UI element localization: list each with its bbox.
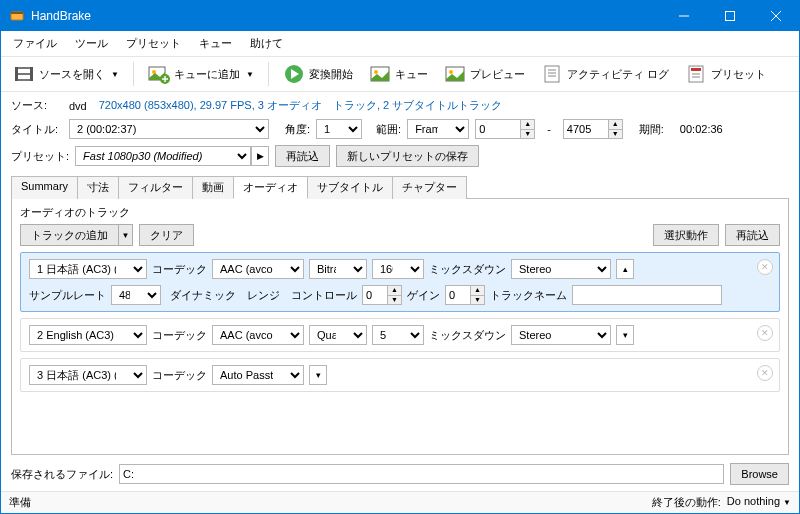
tab-subtitles[interactable]: サブタイトル bbox=[307, 176, 393, 199]
tab-summary[interactable]: Summary bbox=[11, 176, 78, 199]
audio-reload-button[interactable]: 再読込 bbox=[725, 224, 780, 246]
add-queue-button[interactable]: キューに追加▼ bbox=[142, 61, 260, 87]
selection-behavior-button[interactable]: 選択動作 bbox=[653, 224, 719, 246]
collapse-button[interactable]: ▴ bbox=[616, 259, 634, 279]
angle-select[interactable]: 1 bbox=[316, 119, 362, 139]
mixdown-select[interactable]: Stereo bbox=[511, 325, 611, 345]
svg-rect-8 bbox=[30, 67, 33, 81]
codec-select[interactable]: Auto Passthru bbox=[212, 365, 304, 385]
preset-icon bbox=[685, 63, 707, 85]
track-source-select[interactable]: 3 日本語 (AC3) (2.0 ch bbox=[29, 365, 147, 385]
svg-rect-9 bbox=[18, 69, 30, 73]
after-done-value[interactable]: Do nothing ▼ bbox=[727, 495, 791, 510]
image-plus-icon bbox=[148, 63, 170, 85]
menu-help[interactable]: 助けて bbox=[242, 33, 291, 54]
codec-select[interactable]: AAC (avcodec) bbox=[212, 325, 304, 345]
preview-button[interactable]: プレビュー bbox=[438, 61, 531, 87]
range-to-input[interactable]: ▲▼ bbox=[563, 119, 623, 139]
tab-audio[interactable]: オーディオ bbox=[233, 176, 308, 199]
drc-input[interactable]: ▲▼ bbox=[362, 285, 402, 305]
audio-track-3: ✕ 3 日本語 (AC3) (2.0 ch コーデック Auto Passthr… bbox=[20, 358, 780, 392]
preset-select[interactable]: Fast 1080p30 (Modified) bbox=[75, 146, 251, 166]
bitrate-select[interactable]: 160 bbox=[372, 259, 424, 279]
app-title: HandBrake bbox=[31, 9, 91, 23]
codec-select[interactable]: AAC (avcodec) bbox=[212, 259, 304, 279]
duration-value: 00:02:36 bbox=[680, 123, 723, 135]
range-label: 範囲: bbox=[376, 122, 401, 137]
svg-point-18 bbox=[374, 70, 378, 74]
save-label: 保存されるファイル: bbox=[11, 467, 113, 482]
remove-track-icon[interactable]: ✕ bbox=[757, 259, 773, 275]
svg-rect-7 bbox=[15, 67, 18, 81]
svg-rect-3 bbox=[726, 12, 735, 21]
preset-arrow-button[interactable]: ▶ bbox=[251, 146, 269, 166]
toolbar: ソースを開く▼ キューに追加▼ 変換開始 キュー プレビュー アクティビティ ロ… bbox=[1, 57, 799, 92]
minimize-button[interactable] bbox=[661, 1, 707, 31]
chevron-down-icon: ▼ bbox=[111, 70, 119, 79]
titlebar: HandBrake bbox=[1, 1, 799, 31]
range-type-select[interactable]: Frames bbox=[407, 119, 469, 139]
add-track-dropdown[interactable]: ▼ bbox=[119, 224, 133, 246]
image-icon bbox=[369, 63, 391, 85]
remove-track-icon[interactable]: ✕ bbox=[757, 365, 773, 381]
statusbar: 準備 終了後の動作: Do nothing ▼ bbox=[1, 491, 799, 513]
app-icon bbox=[9, 8, 25, 24]
expand-button[interactable]: ▾ bbox=[616, 325, 634, 345]
svg-rect-10 bbox=[18, 75, 30, 79]
start-button[interactable]: 変換開始 bbox=[277, 61, 359, 87]
audio-panel: オーディオのトラック トラックの追加▼ クリア 選択動作 再読込 ✕ 1 日本語… bbox=[11, 199, 789, 455]
reload-preset-button[interactable]: 再読込 bbox=[275, 145, 330, 167]
source-info: 720x480 (853x480), 29.97 FPS, 3 オーディオ トラ… bbox=[99, 98, 502, 113]
close-button[interactable] bbox=[753, 1, 799, 31]
queue-button[interactable]: キュー bbox=[363, 61, 434, 87]
play-icon bbox=[283, 63, 305, 85]
remove-track-icon[interactable]: ✕ bbox=[757, 325, 773, 341]
menu-file[interactable]: ファイル bbox=[5, 33, 65, 54]
tabs: Summary 寸法 フィルター 動画 オーディオ サブタイトル チャプター bbox=[11, 175, 789, 199]
chevron-down-icon: ▼ bbox=[246, 70, 254, 79]
audio-tracks-label: オーディオのトラック bbox=[20, 205, 780, 220]
after-done-label: 終了後の動作: bbox=[652, 495, 721, 510]
tab-chapters[interactable]: チャプター bbox=[392, 176, 467, 199]
source-name: dvd bbox=[69, 100, 87, 112]
menu-queue[interactable]: キュー bbox=[191, 33, 240, 54]
source-label: ソース: bbox=[11, 98, 63, 113]
preset-button[interactable]: プリセット bbox=[679, 61, 772, 87]
tab-video[interactable]: 動画 bbox=[192, 176, 234, 199]
image-icon bbox=[444, 63, 466, 85]
save-path-input[interactable] bbox=[119, 464, 724, 484]
mixdown-select[interactable]: Stereo bbox=[511, 259, 611, 279]
track-source-select[interactable]: 2 English (AC3) (2.0 c bbox=[29, 325, 147, 345]
mode-select[interactable]: Bitrate: bbox=[309, 259, 367, 279]
open-source-button[interactable]: ソースを開く▼ bbox=[7, 61, 125, 87]
svg-point-20 bbox=[449, 70, 453, 74]
title-select[interactable]: 2 (00:02:37) bbox=[69, 119, 269, 139]
tab-dimensions[interactable]: 寸法 bbox=[77, 176, 119, 199]
tab-filters[interactable]: フィルター bbox=[118, 176, 193, 199]
add-track-button[interactable]: トラックの追加 bbox=[20, 224, 119, 246]
expand-button[interactable]: ▾ bbox=[309, 365, 327, 385]
browse-button[interactable]: Browse bbox=[730, 463, 789, 485]
quality-select[interactable]: 5 bbox=[372, 325, 424, 345]
film-icon bbox=[13, 63, 35, 85]
track-name-input[interactable] bbox=[572, 285, 722, 305]
svg-rect-21 bbox=[545, 66, 559, 82]
svg-rect-1 bbox=[11, 12, 23, 14]
gain-input[interactable]: ▲▼ bbox=[445, 285, 485, 305]
duration-label: 期間: bbox=[639, 122, 664, 137]
menubar: ファイル ツール プリセット キュー 助けて bbox=[1, 31, 799, 57]
audio-track-1: ✕ 1 日本語 (AC3) (2.0 ch コーデック AAC (avcodec… bbox=[20, 252, 780, 312]
menu-tools[interactable]: ツール bbox=[67, 33, 116, 54]
log-icon bbox=[541, 63, 563, 85]
save-new-preset-button[interactable]: 新しいプリセットの保存 bbox=[336, 145, 479, 167]
range-from-input[interactable]: ▲▼ bbox=[475, 119, 535, 139]
preset-label: プリセット: bbox=[11, 149, 69, 164]
samplerate-select[interactable]: 48 bbox=[111, 285, 161, 305]
svg-rect-26 bbox=[691, 68, 701, 71]
maximize-button[interactable] bbox=[707, 1, 753, 31]
track-source-select[interactable]: 1 日本語 (AC3) (2.0 ch bbox=[29, 259, 147, 279]
mode-select[interactable]: Quality: bbox=[309, 325, 367, 345]
clear-tracks-button[interactable]: クリア bbox=[139, 224, 194, 246]
activity-button[interactable]: アクティビティ ログ bbox=[535, 61, 675, 87]
menu-presets[interactable]: プリセット bbox=[118, 33, 189, 54]
